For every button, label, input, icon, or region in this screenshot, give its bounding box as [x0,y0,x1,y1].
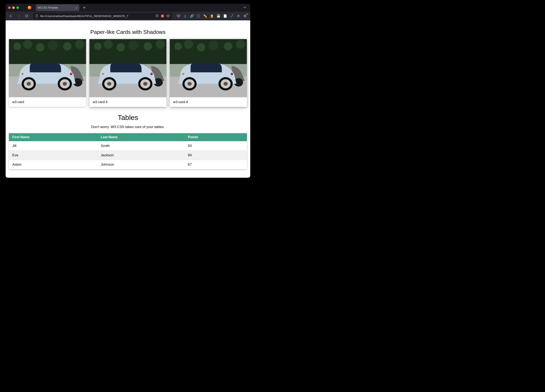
close-tab-icon[interactable]: × [75,6,77,9]
table-header: Points [185,133,247,141]
card-image [89,39,167,97]
extension-icon-2[interactable] [197,14,200,18]
svg-point-2 [198,16,199,16]
traffic-lights [8,6,19,9]
svg-point-49 [236,40,245,49]
firefox-logo-icon [28,6,31,10]
svg-point-41 [102,73,104,75]
browser-tab[interactable]: W3.CSS Template × [36,4,79,11]
table-header-row: First Name Last Name Points [9,133,247,141]
svg-point-8 [13,43,21,50]
svg-point-11 [48,40,58,50]
forward-button[interactable] [16,13,22,19]
svg-point-22 [70,73,72,75]
table-cell: 94 [185,151,247,160]
notification-dot-icon [247,13,248,15]
table-row: Eve Jackson 94 [9,151,247,160]
svg-point-48 [224,42,232,50]
list-tabs-button[interactable] [243,6,248,10]
tab-title: W3.CSS Template [38,6,58,9]
extension-icon-3[interactable]: ✏️ [203,14,207,18]
svg-point-26 [94,43,101,50]
svg-point-3 [237,15,240,18]
svg-point-9 [23,40,32,49]
pocket-icon[interactable] [177,14,180,18]
card: w3-card [9,39,86,107]
svg-point-31 [156,40,165,49]
tables-section: Tables Don't worry. W3.CSS takes care of… [9,114,247,169]
table-cell: Jill [9,141,97,151]
svg-point-27 [104,40,113,49]
svg-point-13 [75,40,84,49]
svg-point-10 [36,43,44,52]
menu-button[interactable] [243,14,247,18]
extension-icon-4[interactable]: 🧑‍🦲 [210,14,214,18]
divider [9,24,247,24]
card: w3-card-4 [170,39,247,107]
svg-point-54 [187,82,192,86]
data-table: First Name Last Name Points Jill Smith 5… [9,133,247,169]
tables-heading: Tables [9,114,247,122]
minimize-window-button[interactable] [12,6,15,9]
download-icon[interactable] [183,14,187,18]
toolbar: file:///Users/nathan/Downloads/BEAUTIFUL… [6,12,250,20]
back-button[interactable] [8,13,14,19]
svg-point-29 [128,40,138,50]
svg-point-46 [197,43,205,52]
extension-icon-5[interactable]: 💾 [217,14,220,18]
table-cell: 67 [185,160,247,169]
table-cell: Eve [9,151,97,160]
table-cell: Adam [9,160,97,169]
maximize-window-button[interactable] [16,6,19,9]
page-content[interactable]: Paper-like Cards with Shadows [6,20,250,178]
card-caption: w3-card-4 [170,97,247,107]
table-cell: Jackson [97,151,185,160]
svg-point-39 [143,82,147,86]
svg-point-23 [21,73,24,75]
bookmark-star-icon[interactable] [166,14,170,18]
browser-window: W3.CSS Template × + file:///Users/nathan… [6,4,250,178]
svg-point-28 [117,43,125,52]
svg-point-5 [239,16,239,16]
extension-icon-7[interactable]: 🖊️ [230,14,234,18]
card-caption: w3-card [9,97,86,107]
svg-point-18 [27,82,31,86]
file-icon [35,14,38,18]
blocker-badge-icon[interactable]: B [161,14,164,18]
table-cell: Johnson [97,160,185,169]
card: w3-card-4 [89,39,167,107]
table-cell: 50 [185,141,247,151]
titlebar: W3.CSS Template × + [6,4,250,12]
card-image [9,39,86,97]
table-header: Last Name [97,133,185,141]
extension-icon-1[interactable]: 🔗 [190,14,194,18]
reload-button[interactable] [24,13,30,19]
table-row: Adam Johnson 67 [9,160,247,169]
svg-point-59 [182,73,184,75]
new-tab-button[interactable]: + [81,6,87,10]
svg-point-47 [209,40,219,50]
url-bar[interactable]: file:///Users/nathan/Downloads/BEAUTIFUL… [33,13,172,19]
svg-point-45 [184,40,193,49]
svg-rect-7 [9,39,86,64]
svg-rect-43 [170,39,247,64]
svg-point-4 [238,16,238,16]
cards-row: w3-card [9,39,247,107]
card-caption: w3-card-4 [89,97,167,107]
extension-icons: 🔗 ✏️ 🧑‍🦲 💾 📄 🖊️ [175,14,248,18]
close-window-button[interactable] [8,6,11,9]
table-row: Jill Smith 50 [9,141,247,151]
extension-icon-6[interactable]: 📄 [223,14,227,18]
extension-icon-8[interactable] [236,14,240,18]
svg-point-44 [174,43,182,50]
svg-point-57 [224,82,228,86]
svg-point-21 [63,82,67,86]
table-cell: Smith [97,141,185,151]
svg-point-36 [107,82,111,86]
table-header: First Name [9,133,97,141]
svg-point-12 [63,42,71,50]
svg-point-30 [143,42,152,50]
card-image [170,39,247,97]
svg-point-40 [150,73,153,75]
reader-mode-icon[interactable] [155,14,159,18]
